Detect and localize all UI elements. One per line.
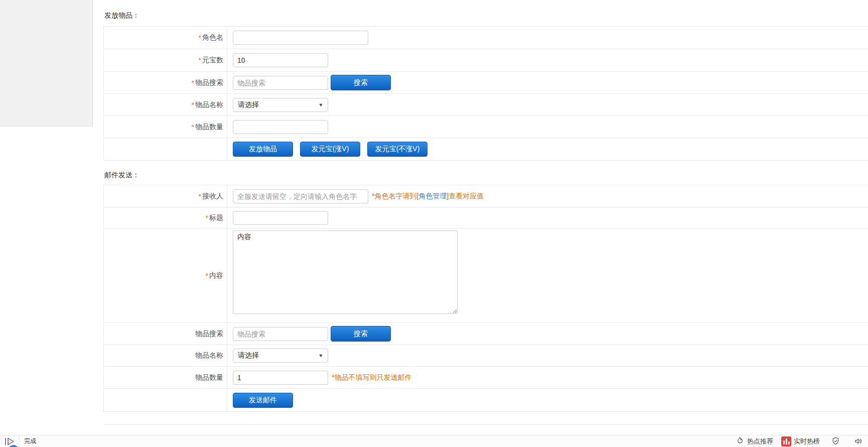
field-value-cell [227, 207, 868, 228]
status-bar: 完成 热点推荐 实时热榜 [0, 435, 868, 447]
field-value-cell: 搜索 [227, 323, 868, 345]
table-row: * 物品搜索 搜索 [104, 72, 868, 94]
table-row: 发放物品 发元宝(涨V) 发元宝(不涨V) [104, 138, 868, 161]
hot-recommend-label[interactable]: 热点推荐 [747, 437, 773, 446]
item-name-selected-value: 请选择 [238, 100, 259, 109]
table-row: * 元宝数 [104, 49, 868, 72]
field-value-cell: 内容 [227, 229, 868, 322]
recipient-note-prefix: *角色名字请到[ [372, 192, 418, 200]
mail-item-quantity-label: 物品数量 [195, 373, 223, 382]
chevron-down-icon: ▼ [318, 102, 323, 107]
issue-section-title: 发放物品： [104, 11, 139, 20]
mail-item-name-select[interactable]: 请选择 ▼ [233, 349, 328, 363]
item-quantity-input[interactable] [233, 120, 328, 134]
field-value-cell: *角色名字请到[角色管理]查看对应值 [227, 185, 868, 207]
required-asterisk: * [206, 272, 208, 280]
yuanbao-count-label: 元宝数 [202, 56, 223, 65]
mail-item-search-input[interactable] [233, 327, 328, 341]
flame-icon[interactable] [735, 436, 745, 446]
mail-item-quantity-note: *物品不填写则只发送邮件 [332, 373, 411, 382]
required-asterisk: * [192, 101, 194, 109]
field-label-cell: * 物品数量 [104, 116, 227, 138]
speaker-icon[interactable] [853, 436, 863, 446]
role-management-link[interactable]: 角色管理 [418, 192, 447, 200]
recipient-note: *角色名字请到[角色管理]查看对应值 [372, 192, 484, 201]
bar [786, 438, 787, 444]
table-row: 物品名称 请选择 ▼ [104, 345, 868, 367]
yuanbao-count-input[interactable] [233, 53, 328, 67]
status-play-icon [4, 437, 16, 445]
bar [788, 441, 790, 444]
field-value-cell [227, 49, 868, 71]
left-sidebar [0, 0, 93, 127]
field-value-cell: 请选择 ▼ [227, 94, 868, 116]
required-asterisk: * [192, 79, 194, 87]
issue-items-table: * 角色名 * 元宝数 * 物品搜索 搜索 * 物品名称 [103, 26, 868, 161]
table-row: * 物品数量 [104, 116, 868, 138]
mail-item-quantity-input[interactable] [233, 371, 328, 385]
required-asterisk: * [206, 214, 208, 222]
field-label-cell [104, 138, 227, 160]
mail-item-name-label: 物品名称 [195, 351, 223, 360]
table-row: * 物品名称 请选择 ▼ [104, 94, 868, 116]
subject-input[interactable] [233, 211, 328, 225]
item-name-label: 物品名称 [195, 100, 223, 109]
send-yuanbao-up-button[interactable]: 发元宝(涨V) [300, 142, 360, 157]
field-value-cell: 发放物品 发元宝(涨V) 发元宝(不涨V) [227, 138, 868, 160]
item-search-input[interactable] [233, 76, 328, 90]
mail-item-search-label: 物品搜索 [195, 329, 223, 339]
table-row: * 角色名 [104, 27, 868, 49]
realtime-hot-label[interactable]: 实时热榜 [794, 437, 820, 446]
mail-item-name-selected-value: 请选择 [238, 351, 259, 360]
item-quantity-label: 物品数量 [195, 123, 223, 132]
status-bar-right: 热点推荐 实时热榜 [735, 435, 863, 447]
field-value-cell [227, 116, 868, 138]
field-label-cell: 物品搜索 [104, 323, 227, 345]
recipient-label: 接收人 [202, 192, 223, 201]
issue-items-button[interactable]: 发放物品 [233, 142, 293, 157]
field-label-cell: * 标题 [104, 207, 227, 228]
mail-section-title: 邮件发送： [104, 171, 139, 180]
send-mail-button[interactable]: 发送邮件 [233, 393, 293, 408]
table-row: * 内容 内容 [104, 229, 868, 323]
required-asterisk: * [199, 34, 201, 42]
field-label-cell [104, 389, 227, 411]
table-row: * 接收人 *角色名字请到[角色管理]查看对应值 [104, 185, 868, 207]
required-asterisk: * [199, 56, 201, 64]
field-value-cell: 发送邮件 [227, 389, 868, 411]
required-asterisk: * [199, 192, 201, 200]
status-bar-left: 完成 [4, 435, 36, 447]
field-label-cell: * 元宝数 [104, 49, 227, 71]
mail-item-search-button[interactable]: 搜索 [331, 326, 391, 342]
table-row: 物品数量 *物品不填写则只发送邮件 [104, 367, 868, 389]
realtime-hot-icon[interactable] [781, 436, 791, 446]
subject-label: 标题 [209, 213, 223, 222]
role-name-label: 角色名 [202, 33, 223, 42]
field-value-cell: *物品不填写则只发送邮件 [227, 367, 868, 388]
status-text: 完成 [24, 437, 36, 445]
table-row: 物品搜索 搜索 [104, 323, 868, 345]
field-label-cell: 物品数量 [104, 367, 227, 388]
bar [783, 440, 785, 444]
field-label-cell: * 接收人 [104, 185, 227, 207]
field-label-cell: * 内容 [104, 229, 227, 322]
field-label-cell: * 角色名 [104, 27, 227, 49]
required-asterisk: * [192, 123, 194, 131]
mail-send-table: * 接收人 *角色名字请到[角色管理]查看对应值 * 标题 * 内容 内容 物品… [103, 185, 868, 412]
field-value-cell: 请选择 ▼ [227, 345, 868, 366]
field-label-cell: * 物品名称 [104, 94, 227, 116]
content-bottom-divider [103, 424, 868, 425]
field-label-cell: * 物品搜索 [104, 72, 227, 93]
field-value-cell [227, 27, 868, 49]
status-bar-separator [19, 435, 20, 447]
table-row: * 标题 [104, 207, 868, 229]
recipient-input[interactable] [233, 189, 368, 203]
content-textarea[interactable]: 内容 [233, 231, 458, 314]
item-name-select[interactable]: 请选择 ▼ [233, 98, 328, 112]
send-yuanbao-noup-button[interactable]: 发元宝(不涨V) [367, 142, 427, 157]
content-label: 内容 [209, 271, 223, 280]
role-name-input[interactable] [233, 31, 368, 45]
shield-check-icon[interactable] [831, 436, 840, 446]
item-search-button[interactable]: 搜索 [331, 75, 391, 90]
item-search-label: 物品搜索 [195, 78, 223, 87]
